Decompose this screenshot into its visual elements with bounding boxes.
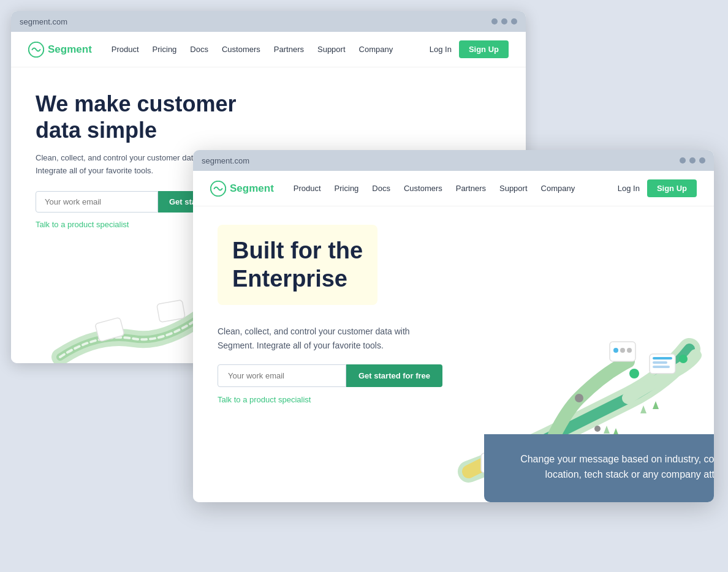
front-logo-text: Segment [230, 183, 274, 195]
front-hero-subtitle: Clean, collect, and control your custome… [218, 325, 426, 352]
front-hero-section: Built for the Enterprise Clean, collect,… [193, 206, 714, 502]
svg-marker-20 [604, 426, 610, 434]
back-navbar: Segment Product Pricing Docs Customers P… [11, 32, 526, 67]
back-nav-actions: Log In Sign Up [430, 40, 509, 58]
svg-point-14 [627, 348, 632, 353]
back-nav-customers[interactable]: Customers [222, 45, 260, 54]
bottom-banner: Change your message based on industry, c… [484, 434, 714, 502]
back-logo-icon [28, 42, 44, 58]
back-nav-company[interactable]: Company [359, 45, 393, 54]
back-nav-links: Product Pricing Docs Customers Partners … [112, 45, 430, 54]
svg-point-19 [594, 426, 601, 432]
front-email-input[interactable] [218, 364, 346, 387]
back-window-controls [491, 18, 517, 24]
front-dot2 [689, 157, 696, 164]
front-nav-links: Product Pricing Docs Customers Partners … [294, 184, 618, 193]
back-titlebar: segment.com [11, 11, 526, 32]
back-url: segment.com [20, 17, 67, 26]
front-nav-support[interactable]: Support [499, 184, 528, 193]
hero-highlight-box: Built for the Enterprise [218, 225, 377, 305]
front-window-controls [680, 157, 705, 164]
bottom-banner-text: Change your message based on industry, c… [502, 451, 714, 483]
front-cta-button[interactable]: Get started for free [346, 364, 442, 387]
front-titlebar: segment.com [193, 150, 714, 171]
front-nav-pricing[interactable]: Pricing [335, 184, 359, 193]
front-nav-docs[interactable]: Docs [372, 184, 390, 193]
back-nav-pricing[interactable]: Pricing [153, 45, 177, 54]
front-logo-icon [210, 181, 226, 197]
front-nav-product[interactable]: Product [294, 184, 321, 193]
front-logo[interactable]: Segment [210, 181, 274, 197]
front-nav-actions: Log In Sign Up [618, 179, 697, 197]
back-logo[interactable]: Segment [28, 42, 92, 58]
svg-marker-23 [653, 401, 659, 409]
front-nav-partners[interactable]: Partners [456, 184, 486, 193]
front-url: segment.com [202, 156, 249, 165]
back-nav-partners[interactable]: Partners [274, 45, 304, 54]
dot2 [501, 18, 507, 24]
svg-rect-9 [653, 361, 667, 364]
back-nav-product[interactable]: Product [112, 45, 139, 54]
back-logo-text: Segment [48, 43, 92, 56]
front-dot3 [699, 157, 705, 164]
back-nav-support[interactable]: Support [317, 45, 346, 54]
front-hero-headline: Built for the Enterprise [232, 237, 363, 293]
svg-rect-10 [653, 366, 670, 368]
svg-point-17 [629, 369, 639, 378]
svg-rect-2 [157, 300, 186, 323]
front-browser-window: segment.com Segment Product Pricing Docs… [193, 150, 714, 502]
dot3 [511, 18, 517, 24]
svg-point-18 [679, 355, 688, 363]
back-signup-button[interactable]: Sign Up [459, 40, 509, 58]
front-login-button[interactable]: Log In [618, 184, 640, 193]
back-nav-docs[interactable]: Docs [190, 45, 208, 54]
back-hero-headline: We make customer data simple [36, 91, 244, 143]
dot1 [491, 18, 498, 24]
svg-marker-22 [640, 405, 646, 413]
svg-point-13 [620, 348, 625, 353]
back-email-input[interactable] [36, 191, 158, 213]
front-nav-customers[interactable]: Customers [404, 184, 442, 193]
back-login-button[interactable]: Log In [430, 45, 452, 54]
svg-point-16 [575, 394, 583, 402]
svg-rect-8 [653, 357, 672, 359]
svg-point-12 [613, 348, 618, 353]
front-dot1 [680, 157, 686, 164]
front-signup-button[interactable]: Sign Up [647, 179, 697, 197]
front-nav-company[interactable]: Company [541, 184, 575, 193]
back-hero-subtitle: Clean, collect, and control your custome… [36, 152, 219, 178]
front-navbar: Segment Product Pricing Docs Customers P… [193, 171, 714, 206]
